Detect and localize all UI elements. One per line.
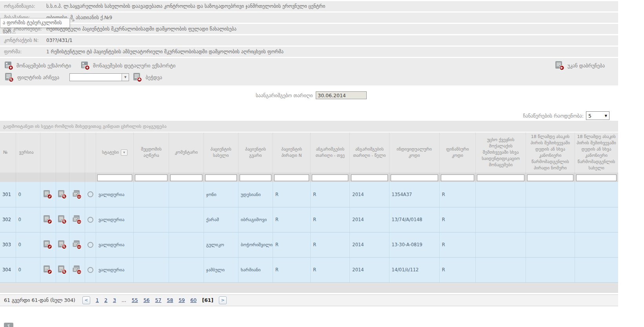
cell-report-year: 2014 <box>350 182 389 207</box>
next-page-button[interactable]: > <box>219 296 227 304</box>
filter-input-error-desc[interactable] <box>135 174 167 181</box>
row-copy-button[interactable] <box>69 232 85 257</box>
cell-comment <box>169 182 204 207</box>
page-link-55[interactable]: 55 <box>132 297 138 303</box>
row-select-radio[interactable] <box>85 207 96 232</box>
row-edit-button[interactable] <box>40 257 56 282</box>
excel-export-icon <box>4 61 14 70</box>
row-edit-button[interactable] <box>40 207 56 232</box>
cell-report-year: 2014 <box>350 257 389 282</box>
prev-page-button[interactable]: < <box>82 296 90 304</box>
row-view-button[interactable] <box>56 232 69 257</box>
row-view-button[interactable] <box>56 182 69 207</box>
col-header-individual-code[interactable]: ინდივიდუალური კოდი <box>389 133 439 173</box>
col-header-version[interactable]: ვერსია <box>16 133 40 173</box>
print-icon <box>132 72 143 82</box>
row-select-radio[interactable] <box>85 182 96 207</box>
col-header-no[interactable]: № <box>0 133 16 173</box>
col-header-personal-n[interactable]: პაციენტის პირადი N <box>273 133 310 173</box>
cell-first-name: გულიკო <box>204 232 238 257</box>
col-header-financial-code[interactable]: ფინანსური კოდი <box>439 133 475 173</box>
row-select-radio[interactable] <box>85 257 96 282</box>
filter-input-foreign-id[interactable] <box>477 174 524 181</box>
col-header-status-label: სტატუსი <box>102 150 119 155</box>
cell-last-name: ხარმიანი <box>238 257 273 282</box>
toolbar-row-1: მონაცემების ექსპორტი მონაცემების დეტალურ… <box>4 60 614 71</box>
col-header-status[interactable]: სტატუსი▼ <box>96 133 133 173</box>
info-row-address: მისამართი: თბილისი, მ. ასათიანის ქ.№9 <box>0 13 618 23</box>
col-header-error-desc[interactable]: შეცდომის აღწერა <box>134 133 169 173</box>
page-link-57[interactable]: 57 <box>155 297 162 303</box>
row-view-button[interactable] <box>56 207 69 232</box>
page-link-60[interactable]: 60 <box>190 297 196 303</box>
col-header-first-name[interactable]: პაციენტის სახელი <box>204 133 238 173</box>
copy-document-icon <box>70 240 84 249</box>
page-link-58[interactable]: 58 <box>167 297 173 303</box>
filter-select-dropdown-icon[interactable]: ▼ <box>122 74 129 81</box>
cell-personal-n: R <box>273 207 310 232</box>
cell-representative-name <box>575 257 618 282</box>
filter-select[interactable]: ▼ <box>69 73 129 81</box>
records-count-select[interactable]: 5 ▼ <box>586 111 609 120</box>
choose-filter-button-label: ფილტრის არჩევა <box>17 74 59 80</box>
page-link-1[interactable]: 1 <box>96 297 99 303</box>
row-view-button[interactable] <box>56 257 69 282</box>
filter-input-comment[interactable] <box>170 174 202 181</box>
cell-status: ვალიდურია <box>96 182 133 207</box>
col-header-last-name[interactable]: პაციენტის გვარი <box>238 133 273 173</box>
edit-document-icon <box>41 215 55 224</box>
filter-input-personal-n[interactable] <box>274 174 309 181</box>
subcomponent-value: რეზისტენტული პაციენტების მკურნალობისადმი… <box>46 26 236 32</box>
detailed-export-button[interactable]: მონაცემების დეტალური ექსპორტი <box>80 61 175 70</box>
filter-input-first-name[interactable] <box>205 174 237 181</box>
filter-cell-empty <box>40 173 56 182</box>
copy-document-icon <box>70 215 84 224</box>
col-header-report-year[interactable]: ანგარიშგების თარიღი - წელი <box>350 133 389 173</box>
col-header-foreign-id[interactable]: უცხო ქვეყნის მოქალაქის შემთხვევაში სხვა … <box>476 133 526 173</box>
filter-input-representative-number[interactable] <box>527 174 573 181</box>
row-copy-button[interactable] <box>69 207 85 232</box>
records-count-dropdown-icon: ▼ <box>605 114 607 118</box>
sum-icon[interactable]: Σ <box>4 323 13 327</box>
row-copy-button[interactable] <box>69 182 85 207</box>
col-header-comment[interactable]: კომენტარი <box>169 133 204 173</box>
back-icon <box>554 60 565 71</box>
col-header-representative-name[interactable]: 18 წლამდე ასაკის პირის შემთხვევაში დედის… <box>575 133 618 173</box>
filter-input-financial-code[interactable] <box>441 174 474 181</box>
filter-input-report-year[interactable] <box>351 174 387 181</box>
page-link-59[interactable]: 59 <box>178 297 185 303</box>
row-select-radio[interactable] <box>85 232 96 257</box>
report-date-input[interactable] <box>316 91 367 99</box>
status-filter-dropdown-icon[interactable]: ▼ <box>121 149 127 156</box>
cell-representative-number <box>526 182 575 207</box>
choose-filter-button[interactable]: ფილტრის არჩევა <box>4 72 59 82</box>
page-current: [61] <box>202 297 213 303</box>
row-edit-button[interactable] <box>40 232 56 257</box>
print-button[interactable]: ბეჭდვა <box>132 72 162 82</box>
back-button[interactable]: უკან დაბრუნება <box>554 60 605 71</box>
panel-expand-icon[interactable]: » <box>72 17 75 23</box>
cell-status: ვალიდურია <box>96 232 133 257</box>
export-button[interactable]: მონაცემების ექსპორტი <box>4 61 71 70</box>
filter-input-representative-name[interactable] <box>576 174 617 181</box>
pagination-summary: 61 გვერდი 61-დან (სულ 304) <box>4 297 75 303</box>
row-edit-button[interactable] <box>40 182 56 207</box>
row-copy-button[interactable] <box>69 257 85 282</box>
cell-report-year: 2014 <box>350 207 389 232</box>
toolbar: მონაცემების ექსპორტი მონაცემების დეტალურ… <box>0 58 618 85</box>
cell-comment <box>169 207 204 232</box>
page-link-2[interactable]: 2 <box>104 297 107 303</box>
cell-version: 0 <box>16 207 40 232</box>
filter-input-report-month[interactable] <box>312 174 348 181</box>
col-header-report-month[interactable]: ანგარიშგების თარიღი - თვე <box>311 133 350 173</box>
cell-representative-number <box>526 232 575 257</box>
cell-individual-code: 14/01/ბ/112 <box>389 257 439 282</box>
col-header-representative-number[interactable]: 18 წლამდე ასაკის პირის შემთხვევაში დედის… <box>526 133 575 173</box>
filter-input-last-name[interactable] <box>240 174 271 181</box>
filter-input-status[interactable] <box>97 174 132 181</box>
page-link-3[interactable]: 3 <box>113 297 116 303</box>
col-header-select <box>85 133 96 173</box>
cell-last-name: უდესიანი <box>238 182 273 207</box>
filter-input-individual-code[interactable] <box>391 174 438 181</box>
page-link-56[interactable]: 56 <box>144 297 150 303</box>
